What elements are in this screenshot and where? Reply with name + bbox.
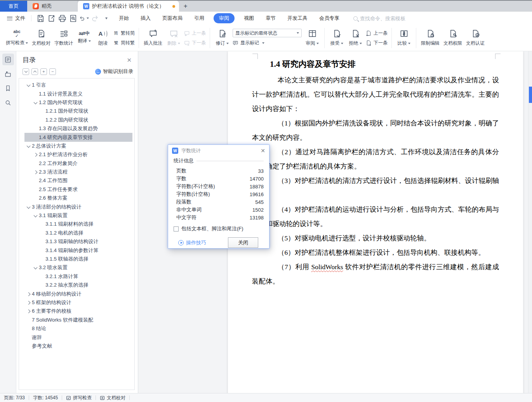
review-pane-icon <box>308 29 317 38</box>
command-search[interactable] <box>353 16 418 21</box>
toc-item[interactable]: 2.4 工作范围 <box>19 176 134 185</box>
doc-permission-button[interactable]: 文档权限 <box>442 26 464 50</box>
read-aloud-button[interactable]: A 朗读 <box>94 26 112 50</box>
menu-tab[interactable]: 开始 <box>116 13 131 23</box>
toc-item[interactable]: 3.2.1 水路计算 <box>19 272 134 281</box>
toc-item[interactable]: 1.2.1 国外研究现状 <box>19 107 134 115</box>
scrollbar-thumb[interactable] <box>529 87 532 103</box>
document-page[interactable]: 1.4 研究内容及章节安排 本论文主要研究的内容是基于城市道路护栏的清洁要求以及… <box>228 51 523 393</box>
toc-item[interactable]: 谢辞 <box>19 333 134 341</box>
prev-change-button[interactable]: 上一条 <box>366 29 388 37</box>
close-button[interactable]: 关闭 <box>228 237 258 248</box>
toc-item[interactable]: 4 移动部分的结构设计 <box>19 289 134 298</box>
include-footnotes-checkbox[interactable]: 包括文本框、脚注和尾注(F) <box>174 225 264 232</box>
translate-button[interactable]: a⇄中 翻译 <box>75 26 94 50</box>
save-button[interactable] <box>35 14 45 23</box>
dialog-title-bar[interactable]: W 字数统计 ✕ <box>168 145 269 157</box>
menu-tab[interactable]: 引用 <box>192 13 207 23</box>
toc-item[interactable]: 1 引言 <box>19 81 134 89</box>
toc-item[interactable]: 2.3 清洁流程 <box>19 168 134 176</box>
undo-button[interactable] <box>79 14 89 23</box>
doc-proof-button[interactable]: 文档校对 <box>30 26 52 50</box>
menu-tab[interactable]: 开发工具 <box>285 13 310 23</box>
trad-to-simp-button[interactable]: 简繁转简 <box>113 29 135 37</box>
accept-change-button[interactable]: 接受 <box>327 26 346 50</box>
toc-item[interactable]: 3.1.1 辊刷材料的选择 <box>19 220 134 228</box>
toc-item[interactable]: 3.1.5 联轴器的选择 <box>19 255 134 263</box>
toc-item[interactable]: 1.2 国内外研究现状 <box>19 98 134 107</box>
show-markup-button[interactable]: 显示标记 <box>233 39 302 47</box>
insert-comment-button[interactable]: 插入批注 <box>142 26 164 50</box>
toc-item[interactable]: 3.2.2 抽水泵的选择 <box>19 281 134 289</box>
search-input[interactable] <box>360 16 418 21</box>
menu-tab[interactable]: 页面布局 <box>160 13 185 23</box>
wps-writer-window: 首页 稻壳 W 护栏清洁机设计 说明书（论文） + 文件 开始插入页面布局引用审… <box>0 0 532 402</box>
toc-item[interactable]: 2.2 工作对象简介 <box>19 159 134 168</box>
print-button[interactable] <box>57 14 67 23</box>
toc-item[interactable]: 3.1.3 辊刷轴的结构设计 <box>19 237 134 246</box>
new-tab-button[interactable]: + <box>179 1 192 12</box>
next-change-button[interactable]: 下一条 <box>366 39 388 47</box>
doc-paragraph: （1）根据国内外护栏清洗设备现状，同时结合本设计的研究对象，明确了本文的研究内容… <box>252 116 499 145</box>
toc-chevron-icon <box>26 143 32 149</box>
tab-home[interactable]: 首页 <box>0 1 27 12</box>
toc-item[interactable]: 2 总体设计方案 <box>19 142 134 150</box>
menu-tab[interactable]: 章节 <box>263 13 278 23</box>
toc-item[interactable]: 参考文献 <box>19 342 134 350</box>
rail-toc-button[interactable] <box>2 54 14 65</box>
file-menu-button[interactable]: 文件 <box>5 15 28 22</box>
collapse-all-button[interactable] <box>31 68 38 75</box>
restrict-edit-button[interactable]: 限制编辑 <box>419 26 442 50</box>
menu-tab[interactable]: 视图 <box>242 13 256 23</box>
review-pane-button[interactable]: 审阅 <box>303 26 322 50</box>
menu-tab[interactable]: 插入 <box>138 13 153 23</box>
simp-to-trad-button[interactable]: 繁简转繁 <box>113 39 135 47</box>
spell-check-button[interactable]: abc✓ 拼写检查 <box>4 26 30 50</box>
toc-item[interactable]: 2.5 工作任务要求 <box>19 185 134 194</box>
toc-item[interactable]: 6 主要零件的校核 <box>19 307 134 315</box>
toc-close-button[interactable]: ✕ <box>127 57 132 63</box>
compare-button[interactable]: 比较 <box>395 26 413 50</box>
toc-item[interactable]: 1.4 研究内容及章节安排 <box>19 133 134 141</box>
spell-check-toggle[interactable]: 拼写检查 <box>66 395 92 401</box>
toc-chevron-icon <box>33 213 39 218</box>
toc-item[interactable]: 5 框架的结构设计 <box>19 298 134 307</box>
reject-change-button[interactable]: 拒绝 <box>346 26 365 50</box>
dialog-close-icon[interactable]: ✕ <box>261 148 265 153</box>
vertical-scrollbar[interactable] <box>528 51 532 393</box>
word-count-button[interactable]: 字数统计 <box>52 26 75 50</box>
tips-link[interactable]: 操作技巧 <box>178 239 206 246</box>
print-preview-button[interactable] <box>68 14 78 23</box>
toc-item[interactable]: 1.2.2 国内研究现状 <box>19 116 134 124</box>
toolbar-more-button[interactable] <box>101 14 111 23</box>
toc-item[interactable]: 8 结论 <box>19 324 134 333</box>
ribbon-separator <box>391 28 392 48</box>
markup-state-select[interactable]: 显示标记的最终状态 <box>233 29 302 37</box>
collapse-level-button[interactable]: − <box>49 68 56 75</box>
smart-recognize-toc-button[interactable]: 智能识别目录 <box>95 68 133 75</box>
doc-auth-button[interactable]: 文档认证 <box>464 26 487 50</box>
expand-all-button[interactable] <box>23 68 29 75</box>
toc-item[interactable]: 7 SolidWorks 软件建模装配 <box>19 316 134 324</box>
tab-docer[interactable]: 稻壳 <box>27 1 78 12</box>
toc-item[interactable]: 2.1 护栏清洁作业分析 <box>19 150 134 159</box>
rail-navigation-button[interactable] <box>2 68 14 80</box>
menu-tab[interactable]: 会员专享 <box>317 13 342 23</box>
toc-item[interactable]: 3.1.4 辊刷轴的参数计算 <box>19 246 134 254</box>
doc-proof-toggle[interactable]: 文档校对 <box>100 395 125 401</box>
track-changes-button[interactable]: 修订 <box>213 26 231 50</box>
expand-level-button[interactable]: + <box>40 68 47 75</box>
export-button[interactable] <box>46 14 56 23</box>
toc-item[interactable]: 2.6 整体方案 <box>19 194 134 202</box>
toc-item[interactable]: 1.3 存在问题以及发展趋势 <box>19 124 134 133</box>
word-count-dialog: W 字数统计 ✕ 统计信息 页数 33 字数 14700 字符数(不计空格) 1… <box>168 144 269 249</box>
toc-item[interactable]: 3.1 辊刷装置 <box>19 211 134 220</box>
toc-item[interactable]: 1.1 设计背景及意义 <box>19 89 134 98</box>
tab-document[interactable]: W 护栏清洁机设计 说明书（论文） <box>78 1 179 12</box>
toc-item[interactable]: 3 清洁部分的结构设计 <box>19 202 134 211</box>
rail-bookmark-button[interactable] <box>2 82 14 94</box>
toc-item[interactable]: 3.2 喷水装置 <box>19 263 134 272</box>
rail-search-button[interactable] <box>2 97 14 108</box>
menu-tab[interactable]: 审阅 <box>214 13 235 23</box>
toc-item[interactable]: 3.1.2 电机的选择 <box>19 229 134 237</box>
